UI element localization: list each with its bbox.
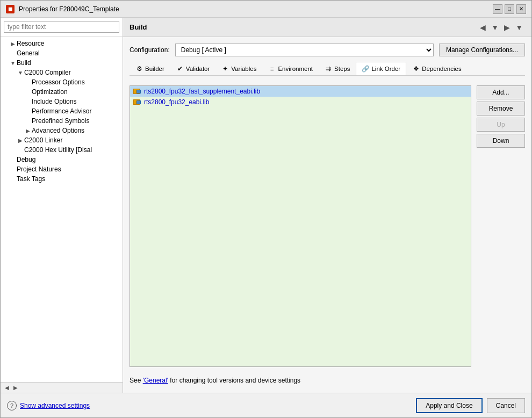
main-pane: rts2800_fpu32_fast_supplement_eabi.lib r… <box>130 81 525 367</box>
config-label: Configuration: <box>130 46 170 54</box>
help-icon[interactable]: ? <box>7 401 17 410</box>
tree-item-c2000-compiler[interactable]: ▼ C2000 Compiler <box>1 68 123 77</box>
tab-variables[interactable]: ✦ Variables <box>215 62 262 75</box>
scroll-left-arrow[interactable]: ◀ <box>3 385 11 391</box>
tree-label-project-natures: Project Natures <box>17 165 61 173</box>
title-bar-left: ◼ Properties for F280049C_Template <box>6 5 119 13</box>
show-advanced-link[interactable]: Show advanced settings <box>20 402 90 409</box>
tree-label-c2000-compiler: C2000 Compiler <box>24 69 71 76</box>
lib1-file-icon <box>133 88 142 95</box>
header-nav: ◀ ▼ ▶ ▼ <box>478 22 525 33</box>
dependencies-icon: ❖ <box>412 65 420 73</box>
tab-builder[interactable]: ⚙ Builder <box>130 62 170 75</box>
tree-label-advanced-options: Advanced Options <box>32 127 84 134</box>
config-select[interactable]: Debug [ Active ] <box>175 44 434 56</box>
nav-forward-button[interactable]: ▶ <box>502 22 512 33</box>
tree-area: ▶ Resource General ▼ Build ▼ C2000 Compi… <box>1 37 123 382</box>
filter-wrap <box>1 18 123 37</box>
manage-configurations-button[interactable]: Manage Configurations... <box>439 44 525 56</box>
lib-list[interactable]: rts2800_fpu32_fast_supplement_eabi.lib r… <box>130 85 471 367</box>
nav-back-button[interactable]: ◀ <box>478 22 488 33</box>
tab-validator-label: Validator <box>186 66 210 72</box>
filter-input[interactable] <box>4 21 119 33</box>
tab-builder-label: Builder <box>145 66 164 72</box>
remove-button[interactable]: Remove <box>477 102 525 116</box>
tree-item-project-natures[interactable]: Project Natures <box>1 164 123 174</box>
tab-environment-label: Environment <box>278 66 313 72</box>
right-panel: Build ◀ ▼ ▶ ▼ Configuration: Debug [ Act… <box>123 18 531 393</box>
tab-steps[interactable]: ⇉ Steps <box>319 62 356 75</box>
tab-link-order[interactable]: 🔗 Link Order <box>356 62 406 76</box>
lib1-text: rts2800_fpu32_fast_supplement_eabi.lib <box>144 88 260 95</box>
tab-environment[interactable]: ≡ Environment <box>262 62 319 75</box>
tree-item-task-tags[interactable]: Task Tags <box>1 174 123 184</box>
link-order-icon: 🔗 <box>362 65 369 73</box>
down-button[interactable]: Down <box>477 134 525 148</box>
tree-item-resource[interactable]: ▶ Resource <box>1 39 123 48</box>
tree-item-include-options[interactable]: Include Options <box>1 97 123 106</box>
environment-icon: ≡ <box>268 65 276 73</box>
add-button[interactable]: Add... <box>477 85 525 99</box>
tree-label-resource: Resource <box>17 40 44 47</box>
toggle-c2000-compiler: ▼ <box>17 70 24 76</box>
tree-item-optimization[interactable]: Optimization <box>1 87 123 97</box>
nav-dropdown-button[interactable]: ▼ <box>489 22 501 33</box>
tree-item-c2000-linker[interactable]: ▶ C2000 Linker <box>1 135 123 145</box>
steps-icon: ⇉ <box>325 65 332 73</box>
up-button[interactable]: Up <box>477 118 525 132</box>
tree-item-debug[interactable]: Debug <box>1 155 123 164</box>
maximize-button[interactable]: □ <box>505 4 514 14</box>
tree-label-task-tags: Task Tags <box>17 175 45 183</box>
tabs-row: ⚙ Builder ✔ Validator ✦ Variables ≡ Envi… <box>130 62 525 76</box>
tab-validator[interactable]: ✔ Validator <box>170 62 216 75</box>
window-title: Properties for F280049C_Template <box>19 5 119 13</box>
tree-label-build: Build <box>17 59 31 67</box>
tab-variables-label: Variables <box>231 66 256 72</box>
tree-item-processor-options[interactable]: Processor Options <box>1 77 123 87</box>
config-select-wrap: Debug [ Active ] <box>175 44 434 56</box>
bottom-left: ? Show advanced settings <box>7 401 90 410</box>
content-area: ▶ Resource General ▼ Build ▼ C2000 Compi… <box>1 18 531 393</box>
lib2-icon <box>133 99 142 105</box>
tree-label-predefined-symbols: Predefined Symbols <box>32 117 89 125</box>
left-panel: ▶ Resource General ▼ Build ▼ C2000 Compi… <box>1 18 123 393</box>
nav-forward-dropdown-button[interactable]: ▼ <box>513 22 525 33</box>
tree-label-debug: Debug <box>17 156 35 163</box>
list-item-lib1[interactable]: rts2800_fpu32_fast_supplement_eabi.lib <box>130 86 471 97</box>
tree-item-general[interactable]: General <box>1 48 123 58</box>
scroll-right-arrow[interactable]: ▶ <box>11 385 20 391</box>
tree-label-processor-options: Processor Options <box>32 78 85 86</box>
variables-icon: ✦ <box>221 65 229 73</box>
tree-label-c2000-linker: C2000 Linker <box>24 136 62 144</box>
apply-close-button[interactable]: Apply and Close <box>416 398 482 413</box>
left-scrollbar: ◀ ▶ <box>1 382 123 393</box>
bottom-right: Apply and Close Cancel <box>416 398 525 413</box>
lib2-text: rts2800_fpu32_eabi.lib <box>144 98 209 106</box>
tree-label-optimization: Optimization <box>32 88 68 96</box>
tree-item-predefined-symbols[interactable]: Predefined Symbols <box>1 116 123 126</box>
tree-item-c2000-hex[interactable]: C2000 Hex Utility [Disal <box>1 145 123 155</box>
tree-label-general: General <box>17 49 40 57</box>
list-item-lib2[interactable]: rts2800_fpu32_eabi.lib <box>130 97 471 107</box>
toggle-c2000-linker: ▶ <box>17 138 24 143</box>
app-icon: ◼ <box>6 5 15 13</box>
tab-dependencies[interactable]: ❖ Dependencies <box>406 62 468 75</box>
minimize-button[interactable]: — <box>493 4 502 14</box>
bottom-bar: ? Show advanced settings Apply and Close… <box>1 393 531 417</box>
title-bar: ◼ Properties for F280049C_Template — □ ✕ <box>1 1 531 18</box>
tree-item-build[interactable]: ▼ Build <box>1 58 123 68</box>
toggle-build: ▼ <box>9 60 17 66</box>
right-header: Build ◀ ▼ ▶ ▼ <box>123 18 531 37</box>
right-panel-title: Build <box>130 23 147 31</box>
close-button[interactable]: ✕ <box>516 4 526 14</box>
tree-item-advanced-options[interactable]: ▶ Advanced Options <box>1 126 123 135</box>
toggle-resource: ▶ <box>9 41 17 47</box>
toggle-advanced-options: ▶ <box>24 128 32 134</box>
tree-label-performance-advisor: Performance Advisor <box>32 107 91 115</box>
right-content: Configuration: Debug [ Active ] Manage C… <box>123 37 531 393</box>
tab-steps-label: Steps <box>334 66 350 72</box>
cancel-button[interactable]: Cancel <box>487 398 525 413</box>
tree-item-performance-advisor[interactable]: Performance Advisor <box>1 106 123 116</box>
tab-link-order-label: Link Order <box>371 66 400 72</box>
general-link[interactable]: 'General' <box>143 377 168 384</box>
